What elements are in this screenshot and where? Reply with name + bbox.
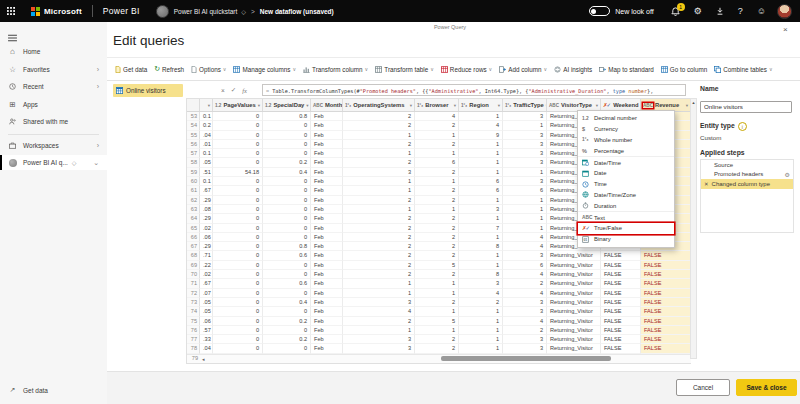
workspace-name[interactable]: Power BI AI quickstart — [174, 8, 238, 15]
cell-browser[interactable]: 1 — [415, 307, 459, 316]
cell-browser[interactable]: 2 — [415, 270, 459, 279]
cell-revenue[interactable]: FALSE — [641, 335, 691, 344]
cell-operatingsystems[interactable]: 1 — [343, 279, 415, 288]
cell-specialday[interactable]: 0 — [263, 186, 311, 195]
cell-month[interactable]: Feb — [311, 335, 343, 344]
cell-clipped[interactable]: .33 — [200, 335, 213, 344]
cell-browser[interactable]: 2 — [415, 168, 459, 177]
formula-accept-icon[interactable]: ✓ — [231, 86, 236, 94]
cell-operatingsystems[interactable]: 3 — [343, 344, 415, 353]
cell-specialday[interactable]: 0 — [263, 131, 311, 140]
cell-browser[interactable]: 1 — [415, 279, 459, 288]
cell-revenue[interactable]: FALSE — [641, 279, 691, 288]
menu-item-percentage[interactable]: %Percentage — [578, 145, 674, 156]
cell-visitortype[interactable]: Returning_Visitor — [547, 335, 601, 344]
filter-dropdown-icon[interactable]: ▾ — [304, 103, 308, 108]
cell-month[interactable]: Feb — [311, 140, 343, 149]
cell-traffictype[interactable]: 4 — [503, 289, 547, 298]
cell-traffictype[interactable]: 6 — [503, 261, 547, 270]
cell-month[interactable]: Feb — [311, 307, 343, 316]
cell-operatingsystems[interactable]: 2 — [343, 224, 415, 233]
cell-region[interactable]: 6 — [459, 177, 503, 186]
cell-clipped[interactable]: 0.1 — [200, 112, 213, 121]
transform-table-button[interactable]: Transform table∨ — [375, 66, 434, 73]
row-number[interactable]: 64 — [187, 214, 200, 223]
cell-browser[interactable]: 2 — [415, 214, 459, 223]
cell-month[interactable]: Feb — [311, 279, 343, 288]
cell-month[interactable]: Feb — [311, 112, 343, 121]
cell-clipped[interactable]: .07 — [200, 289, 213, 298]
filter-dropdown-icon[interactable]: ▾ — [256, 103, 260, 108]
cell-region[interactable]: 7 — [459, 224, 503, 233]
cell-operatingsystems[interactable]: 1 — [343, 289, 415, 298]
cell-region[interactable]: 1 — [459, 326, 503, 335]
filter-dropdown-icon[interactable]: ▾ — [452, 103, 456, 108]
cell-region[interactable]: 1 — [459, 149, 503, 158]
cell-browser[interactable]: 4 — [415, 112, 459, 121]
cell-region[interactable]: 3 — [459, 279, 503, 288]
cell-region[interactable]: 3 — [459, 205, 503, 214]
query-list-item[interactable]: Online visitors — [113, 84, 183, 97]
cell-clipped[interactable]: .05 — [200, 158, 213, 167]
save-close-button[interactable]: Save & close — [736, 379, 797, 396]
cell-weekend[interactable]: FALSE — [601, 289, 641, 298]
cell-clipped[interactable]: .08 — [200, 205, 213, 214]
column-type-icon[interactable]: 1.2 — [215, 103, 221, 108]
cell-browser[interactable]: 5 — [415, 261, 459, 270]
formula-cancel-icon[interactable]: × — [221, 87, 225, 94]
cell-month[interactable]: Feb — [311, 251, 343, 260]
cell-pagevalues[interactable]: 0 — [213, 177, 263, 186]
cell-region[interactable]: 4 — [459, 121, 503, 130]
cell-weekend[interactable]: FALSE — [601, 279, 641, 288]
cell-clipped[interactable]: 0.2 — [200, 121, 213, 130]
cell-pagevalues[interactable]: 0 — [213, 112, 263, 121]
workspace-avatar[interactable] — [156, 5, 169, 18]
cell-browser[interactable]: 2 — [415, 224, 459, 233]
cell-operatingsystems[interactable]: 2 — [343, 270, 415, 279]
cell-browser[interactable]: 1 — [415, 289, 459, 298]
row-number[interactable]: 74 — [187, 307, 200, 316]
cell-pagevalues[interactable]: 0 — [213, 186, 263, 195]
cell-specialday[interactable]: 0 — [263, 140, 311, 149]
cell-operatingsystems[interactable]: 1 — [343, 177, 415, 186]
cell-clipped[interactable]: .67 — [200, 186, 213, 195]
manage-columns-button[interactable]: Manage columns∨ — [233, 66, 296, 73]
help-icon[interactable]: ? — [738, 6, 743, 16]
cell-browser[interactable]: 2 — [415, 186, 459, 195]
cell-operatingsystems[interactable]: 1 — [343, 131, 415, 140]
cell-specialday[interactable]: 0 — [263, 196, 311, 205]
cell-operatingsystems[interactable]: 2 — [343, 214, 415, 223]
cell-traffictype[interactable]: 3 — [503, 298, 547, 307]
menu-item-decimal-number[interactable]: 1.2Decimal number — [578, 113, 674, 124]
cell-specialday[interactable]: 0.8 — [263, 112, 311, 121]
cell-clipped[interactable]: .06 — [200, 233, 213, 242]
cell-browser[interactable]: 2 — [415, 233, 459, 242]
map-to-standard-button[interactable]: Map to standard — [599, 66, 654, 73]
transform-column-button[interactable]: Transform column∨ — [303, 66, 368, 73]
cell-specialday[interactable]: 0 — [263, 307, 311, 316]
cell-clipped[interactable]: .04 — [200, 344, 213, 353]
cell-specialday[interactable]: 0 — [263, 289, 311, 298]
cell-clipped[interactable]: .29 — [200, 242, 213, 251]
column-header-month[interactable]: ABCMonth▾ — [311, 99, 343, 111]
cell-traffictype[interactable]: 3 — [503, 158, 547, 167]
combine-tables-button[interactable]: Combine tables∨ — [714, 66, 772, 73]
cell-traffictype[interactable]: 3 — [503, 335, 547, 344]
cell-month[interactable]: Feb — [311, 317, 343, 326]
applied-step-promoted-headers[interactable]: Promoted headers⚙ — [701, 170, 793, 180]
sidebar-item-apps[interactable]: ⊞Apps — [0, 97, 107, 112]
cell-specialday[interactable]: 0.4 — [263, 168, 311, 177]
cell-month[interactable]: Feb — [311, 131, 343, 140]
cell-operatingsystems[interactable]: 3 — [343, 168, 415, 177]
cell-region[interactable]: 1 — [459, 140, 503, 149]
cell-operatingsystems[interactable]: 2 — [343, 233, 415, 242]
cell-clipped[interactable]: .01 — [200, 140, 213, 149]
cell-traffictype[interactable]: 1 — [503, 196, 547, 205]
row-number[interactable]: 56 — [187, 140, 200, 149]
cell-month[interactable]: Feb — [311, 261, 343, 270]
row-number[interactable]: 54 — [187, 121, 200, 130]
cancel-button[interactable]: Cancel — [676, 379, 730, 396]
cell-specialday[interactable]: 0.6 — [263, 279, 311, 288]
cell-specialday[interactable]: 0.2 — [263, 335, 311, 344]
cell-operatingsystems[interactable]: 1 — [343, 149, 415, 158]
